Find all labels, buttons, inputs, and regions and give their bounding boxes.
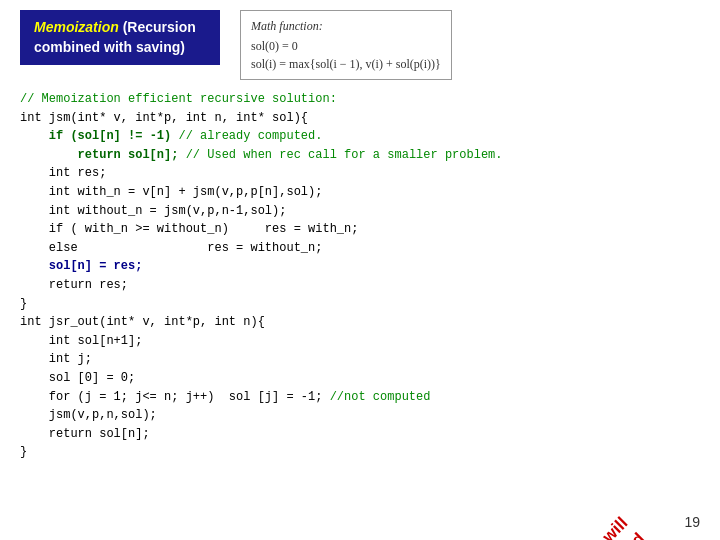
code-line-7: else res = without_n;	[20, 239, 700, 258]
code-line-8: sol[n] = res;	[20, 257, 700, 276]
title-line2: combined with saving)	[34, 39, 185, 55]
math-line1: sol(0) = 0	[251, 37, 441, 55]
code-line-11: int jsr_out(int* v, int*p, int n){	[20, 313, 700, 332]
code-line-2: return sol[n]; // Used when rec call for…	[20, 146, 700, 165]
math-title: Math function:	[251, 17, 441, 35]
code-line-10: }	[20, 295, 700, 314]
title-box: Memoization (Recursion combined with sav…	[20, 10, 220, 65]
code-line-5: int without_n = jsm(v,p,n-1,sol);	[20, 202, 700, 221]
code-line-17: return sol[n];	[20, 425, 700, 444]
code-area: // Memoization efficient recursive solut…	[0, 86, 720, 462]
math-line2: sol(i) = max{sol(i − 1), v(i) + sol(p(i)…	[251, 55, 441, 73]
title-rest: (Recursion	[119, 19, 196, 35]
code-line-3: int res;	[20, 164, 700, 183]
code-line-1: if (sol[n] != -1) // already computed.	[20, 127, 700, 146]
page-number: 19	[684, 514, 700, 530]
code-line-13: int j;	[20, 350, 700, 369]
math-box: Math function: sol(0) = 0 sol(i) = max{s…	[240, 10, 452, 80]
code-line-14: sol [0] = 0;	[20, 369, 700, 388]
header: Memoization (Recursion combined with sav…	[0, 0, 720, 86]
code-comment: // Memoization efficient recursive solut…	[20, 90, 700, 109]
code-line-18: }	[20, 443, 700, 462]
code-line-12: int sol[n+1];	[20, 332, 700, 351]
code-line-6: if ( with_n >= without_n) res = with_n;	[20, 220, 700, 239]
title-memoization: Memoization	[34, 19, 119, 35]
code-line-0: int jsm(int* v, int*p, int n, int* sol){	[20, 109, 700, 128]
code-line-16: jsm(v,p,n,sol);	[20, 406, 700, 425]
code-line-9: return res;	[20, 276, 700, 295]
code-line-15: for (j = 1; j<= n; j++) sol [j] = -1; //…	[20, 388, 700, 407]
code-line-4: int with_n = v[n] + jsm(v,p,p[n],sol);	[20, 183, 700, 202]
